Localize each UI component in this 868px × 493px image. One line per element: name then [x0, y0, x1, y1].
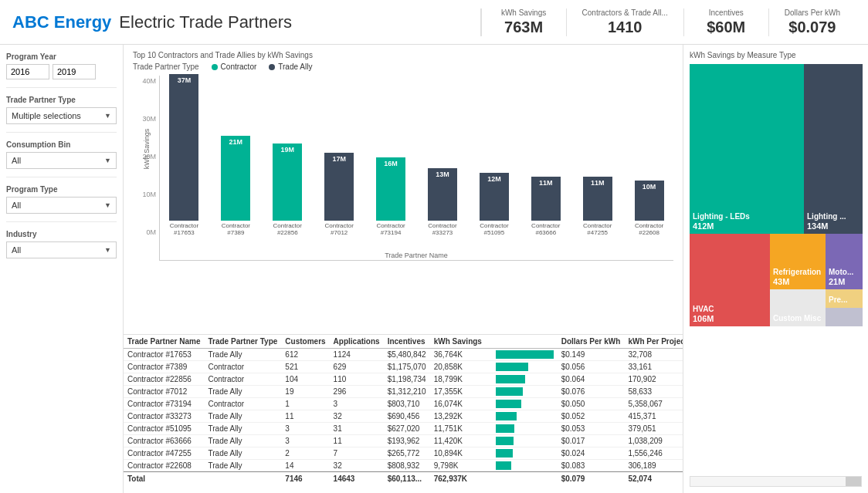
table-cell: $5,480,842 [384, 349, 430, 361]
table-cell: 104 [281, 373, 329, 386]
table-cell: Contractor #7012 [124, 386, 205, 398]
chevron-down-icon2: ▼ [104, 157, 111, 164]
treemap-cell-label: Pre... [829, 295, 860, 305]
table-area[interactable]: Trade Partner NameTrade Partner TypeCust… [124, 335, 683, 493]
bar-value-label: 37M [178, 76, 192, 84]
table-cell: Contractor [205, 373, 282, 386]
program-year-filter: Program Year [6, 52, 117, 79]
bar-name-label: Contractor #7012 [319, 222, 359, 237]
kwh-savings-cell: 18,799K [430, 373, 492, 386]
table-cell: Trade Ally [205, 410, 282, 423]
consumption-bin-select[interactable]: All ▼ [6, 152, 117, 169]
treemap-cell-label: Lighting - LEDs [693, 212, 801, 221]
table-cell: Contractor #73194 [124, 398, 205, 410]
kwh-bar-cell [492, 349, 558, 361]
table-cell: 7 [330, 447, 384, 460]
treemap-cell-label: HVAC [693, 305, 767, 314]
bar-name-label: Contractor #51095 [474, 222, 514, 237]
table-cell: $265,772 [384, 447, 430, 460]
bar-value-label: 21M [229, 138, 243, 146]
table-header: Applications [330, 335, 384, 349]
bar-group: 11MContractor #47255 [573, 177, 622, 237]
kwh-savings-cell: 20,858K [430, 361, 492, 373]
table-footer-cell: 762,937K [430, 472, 492, 486]
table-row: Contractor #63666Trade Ally311$193,96211… [124, 435, 683, 447]
table-row: Contractor #7012Trade Ally19296$1,312,21… [124, 386, 683, 398]
metric-label: Incentives [700, 8, 753, 17]
bar-name-label: Contractor #63666 [526, 222, 566, 237]
table-footer-cell [205, 472, 282, 486]
table-cell: Contractor #47255 [124, 447, 205, 460]
bar-name-label: Contractor #47255 [578, 222, 618, 237]
trade-partner-type-filter: Trade Partner Type Multiple selections ▼ [6, 96, 117, 124]
metric-label: Dollars Per kWh [785, 8, 840, 17]
bar-fill: 11M [531, 177, 561, 221]
program-type-select[interactable]: All ▼ [6, 197, 117, 214]
bar-fill: 12M [480, 173, 509, 221]
table-cell: Trade Ally [205, 435, 282, 447]
table-cell: Contractor #33273 [124, 410, 205, 423]
chevron-down-icon3: ▼ [104, 201, 111, 209]
table-cell: Trade Ally [205, 447, 282, 460]
table-cell: 415,371 [624, 410, 683, 423]
industry-filter: Industry All ▼ [6, 230, 117, 258]
chart-title: Top 10 Contractors and Trade Allies by k… [133, 51, 673, 59]
table-row: Contractor #22608Trade Ally1432$808,9329… [124, 460, 683, 472]
treemap-cell [826, 308, 863, 326]
kwh-bar-cell [492, 398, 558, 410]
treemap-cell-label: Custom Misc [773, 314, 822, 323]
table-footer-cell: 7146 [281, 472, 329, 486]
program-type-filter: Program Type All ▼ [6, 185, 117, 214]
bar-value-label: 11M [591, 179, 605, 187]
table-cell: $193,962 [384, 435, 430, 447]
chevron-down-icon4: ▼ [104, 246, 111, 254]
bar-chart: 37MContractor #1765321MContractor #73891… [159, 76, 673, 261]
table-cell: 2 [281, 447, 329, 460]
treemap-cell-value: 43M [773, 277, 822, 286]
table-cell: $0.050 [558, 398, 625, 410]
kwh-bar-cell [492, 447, 558, 460]
table-cell: 32 [330, 460, 384, 472]
scrollbar-stub [690, 476, 862, 487]
metric-block: Incentives $60M [683, 8, 768, 36]
table-cell: $690,456 [384, 410, 430, 423]
table-row: Contractor #17653Trade Ally6121124$5,480… [124, 349, 683, 361]
table-cell: Trade Ally [205, 423, 282, 435]
metric-value: 1410 [582, 19, 668, 36]
metric-block: Dollars Per kWh $0.079 [768, 8, 856, 36]
metric-value: $0.079 [785, 19, 840, 36]
treemap-cell: Lighting - LEDs412M [690, 64, 804, 234]
table-cell: 1 [281, 398, 329, 410]
table-cell: 1,038,209 [624, 435, 683, 447]
kwh-savings-cell: 11,420K [430, 435, 492, 447]
table-cell: $0.052 [558, 410, 625, 423]
metric-label: kWh Savings [497, 8, 551, 17]
table-footer-cell: 52,074 [624, 472, 683, 486]
trade-partner-type-select[interactable]: Multiple selections ▼ [6, 107, 117, 124]
table-cell: Contractor #7389 [124, 361, 205, 373]
chevron-down-icon: ▼ [104, 112, 111, 120]
table-cell: 11 [281, 410, 329, 423]
year-from-input[interactable] [6, 64, 49, 79]
industry-select[interactable]: All ▼ [6, 241, 117, 258]
table-cell: $0.017 [558, 435, 625, 447]
table-cell: $808,932 [384, 460, 430, 472]
bar-fill: 10M [635, 181, 664, 221]
treemap-cell-label: Moto... [829, 268, 860, 277]
treemap-cell: Refrigeration43M [770, 234, 826, 289]
bar-fill: 11M [583, 177, 612, 221]
table-cell: 612 [281, 349, 329, 361]
year-to-input[interactable] [53, 64, 96, 79]
table-cell: $1,175,070 [384, 361, 430, 373]
bar-group: 16MContractor #73194 [367, 157, 415, 237]
legend-label: Trade Partner Type [133, 62, 199, 71]
program-year-label: Program Year [6, 52, 117, 61]
kwh-bar-cell [492, 460, 558, 472]
table-cell: $627,020 [384, 423, 430, 435]
table-cell: 306,189 [624, 460, 683, 472]
page-title: Electric Trade Partners [119, 12, 292, 32]
table-cell: 296 [330, 386, 384, 398]
treemap-cell: Pre... [826, 289, 863, 308]
table-cell: $0.024 [558, 447, 625, 460]
kwh-savings-cell: 17,355K [430, 386, 492, 398]
